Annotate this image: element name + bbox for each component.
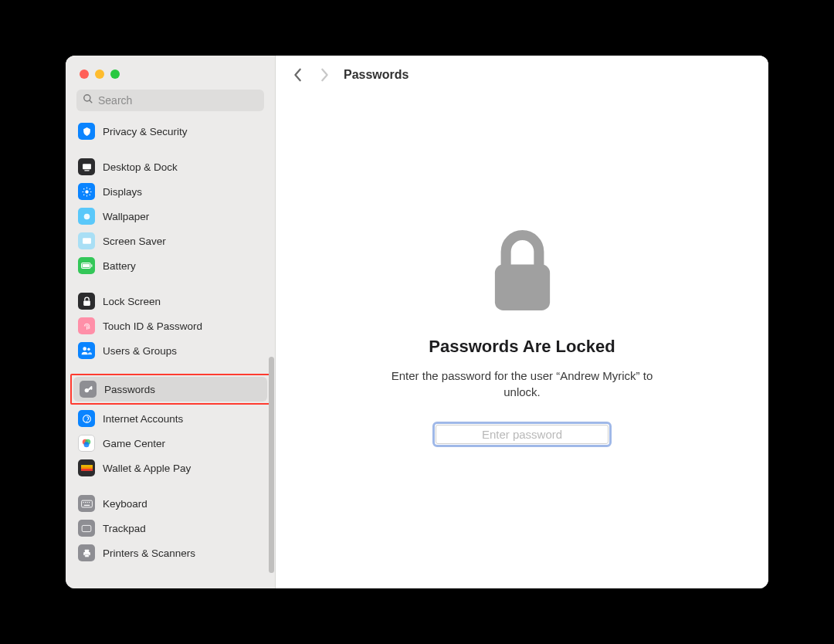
search-icon (83, 93, 93, 107)
svg-rect-29 (81, 467, 93, 469)
locked-subtitle: Enter the password for the user “Andrew … (383, 368, 661, 400)
sidebar-item-game-center[interactable]: Game Center (72, 431, 269, 456)
svg-point-13 (83, 213, 90, 219)
lock-icon (486, 225, 559, 321)
keyboard-icon (78, 495, 95, 512)
svg-rect-18 (83, 300, 90, 306)
main-content: Passwords Passwords Are Locked Enter the… (276, 56, 768, 588)
sidebar-item-label: Game Center (103, 438, 165, 449)
sidebar-item-label: Desktop & Dock (103, 161, 178, 173)
sidebar-item-label: Wallet & Apple Pay (103, 463, 191, 474)
sidebar-item-screen-saver[interactable]: Screen Saver (72, 229, 269, 253)
svg-point-23 (86, 421, 87, 422)
displays-icon (78, 183, 95, 200)
sidebar-item-label: Battery (103, 260, 136, 272)
password-input[interactable] (436, 425, 609, 444)
sidebar-item-touchid-password[interactable]: Touch ID & Password (72, 314, 269, 338)
svg-point-19 (83, 347, 86, 351)
sidebar-item-label: Users & Groups (103, 345, 177, 357)
sidebar-item-label: Passwords (104, 384, 155, 395)
forward-button[interactable] (317, 68, 331, 82)
sidebar-group: Lock Screen Touch ID & Password Users & … (72, 289, 269, 363)
svg-point-21 (84, 388, 88, 391)
svg-rect-30 (81, 469, 93, 471)
sidebar-item-users-groups[interactable]: Users & Groups (72, 338, 269, 363)
sidebar-item-label: Lock Screen (103, 296, 161, 307)
sidebar-item-privacy-security[interactable]: Privacy & Security (72, 119, 269, 144)
wallpaper-icon (78, 208, 95, 225)
svg-rect-34 (86, 502, 87, 503)
sidebar-item-battery[interactable]: Battery (72, 253, 269, 278)
minimize-window-button[interactable] (95, 69, 104, 79)
sidebar: Privacy & Security Desktop & Dock Displa… (66, 56, 276, 588)
page-title: Passwords (344, 68, 409, 82)
touchid-icon (78, 317, 95, 334)
sidebar-item-label: Displays (103, 186, 142, 198)
svg-point-4 (85, 190, 88, 193)
sidebar-group: Passwords Internet Accounts Game Center (72, 374, 269, 480)
sidebar-item-label: Internet Accounts (103, 413, 183, 425)
sidebar-item-label: Touch ID & Password (103, 320, 202, 332)
svg-rect-31 (81, 500, 92, 507)
svg-rect-36 (83, 504, 90, 505)
svg-rect-39 (84, 549, 88, 551)
sidebar-item-passwords[interactable]: Passwords (73, 377, 267, 402)
printers-icon (78, 544, 95, 561)
sidebar-item-label: Printers & Scanners (103, 547, 195, 559)
locked-title: Passwords Are Locked (429, 337, 615, 357)
sidebar-item-label: Trackpad (103, 523, 146, 534)
sidebar-item-desktop-dock[interactable]: Desktop & Dock (72, 154, 269, 179)
svg-line-11 (83, 194, 84, 195)
sidebar-scrollbar[interactable] (269, 357, 274, 573)
svg-rect-41 (494, 265, 549, 310)
sidebar-item-label: Privacy & Security (103, 126, 188, 137)
sidebar-item-internet-accounts[interactable]: Internet Accounts (72, 406, 269, 431)
internet-accounts-icon (78, 410, 95, 427)
screen-saver-icon (78, 232, 95, 249)
desktop-dock-icon (78, 158, 95, 175)
sidebar-item-trackpad[interactable]: Trackpad (72, 516, 269, 541)
sidebar-item-printers-scanners[interactable]: Printers & Scanners (72, 541, 269, 565)
battery-icon (78, 257, 95, 274)
game-center-icon (78, 435, 95, 452)
svg-rect-32 (83, 502, 83, 503)
lock-screen-icon (78, 293, 95, 310)
users-groups-icon (78, 342, 95, 359)
sidebar-item-label: Screen Saver (103, 236, 166, 247)
system-settings-window: Privacy & Security Desktop & Dock Displa… (66, 56, 768, 588)
svg-point-26 (84, 442, 90, 447)
svg-rect-3 (84, 170, 90, 171)
close-window-button[interactable] (80, 69, 89, 79)
svg-line-12 (89, 188, 90, 189)
wallet-icon (78, 459, 95, 476)
svg-rect-14 (83, 238, 91, 244)
search-input[interactable] (98, 94, 258, 107)
svg-rect-35 (89, 502, 90, 503)
sidebar-item-wallet-apple-pay[interactable]: Wallet & Apple Pay (72, 456, 269, 480)
search-field[interactable] (76, 90, 264, 111)
sidebar-item-label: Wallpaper (103, 211, 149, 222)
sidebar-group: Keyboard Trackpad Printers & Scanners (72, 491, 269, 565)
maximize-window-button[interactable] (110, 69, 120, 79)
locked-pane: Passwords Are Locked Enter the password … (276, 94, 768, 588)
svg-line-10 (89, 194, 90, 195)
sidebar-item-lock-screen[interactable]: Lock Screen (72, 289, 269, 314)
sidebar-item-wallpaper[interactable]: Wallpaper (72, 204, 269, 229)
sidebar-list: Privacy & Security Desktop & Dock Displa… (66, 119, 275, 588)
sidebar-group: Privacy & Security (72, 119, 269, 144)
svg-rect-33 (85, 502, 86, 503)
main-header: Passwords (276, 56, 768, 94)
search-container (66, 79, 275, 119)
sidebar-item-label: Keyboard (103, 498, 147, 510)
svg-rect-16 (91, 264, 92, 266)
sidebar-item-displays[interactable]: Displays (72, 179, 269, 204)
svg-point-20 (87, 348, 90, 351)
passwords-icon (80, 381, 97, 398)
highlight-annotation: Passwords (70, 374, 270, 405)
back-button[interactable] (291, 68, 305, 82)
sidebar-item-keyboard[interactable]: Keyboard (72, 491, 269, 516)
privacy-security-icon (78, 123, 95, 140)
sidebar-group: Desktop & Dock Displays Wallpaper (72, 154, 269, 278)
svg-line-1 (90, 100, 93, 103)
svg-rect-40 (84, 554, 88, 557)
